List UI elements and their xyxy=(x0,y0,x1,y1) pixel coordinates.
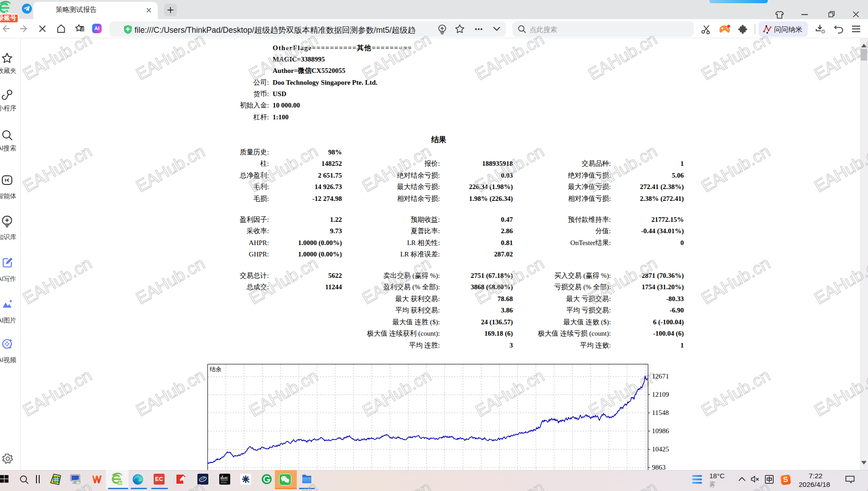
svg-text:12109: 12109 xyxy=(652,391,669,398)
svg-text:EAHub.cn: EAHub.cn xyxy=(585,366,661,420)
svg-text:结余: 结余 xyxy=(210,366,222,373)
svg-text:12671: 12671 xyxy=(652,373,669,380)
svg-text:11548: 11548 xyxy=(652,409,669,416)
svg-text:10425: 10425 xyxy=(652,445,669,453)
svg-text:EAHub.cn: EAHub.cn xyxy=(472,366,548,420)
svg-text:EAHub.cn: EAHub.cn xyxy=(246,366,321,420)
svg-text:EAHub.cn: EAHub.cn xyxy=(359,366,434,420)
svg-text:10986: 10986 xyxy=(652,427,669,435)
svg-text:AI: AI xyxy=(119,481,122,485)
